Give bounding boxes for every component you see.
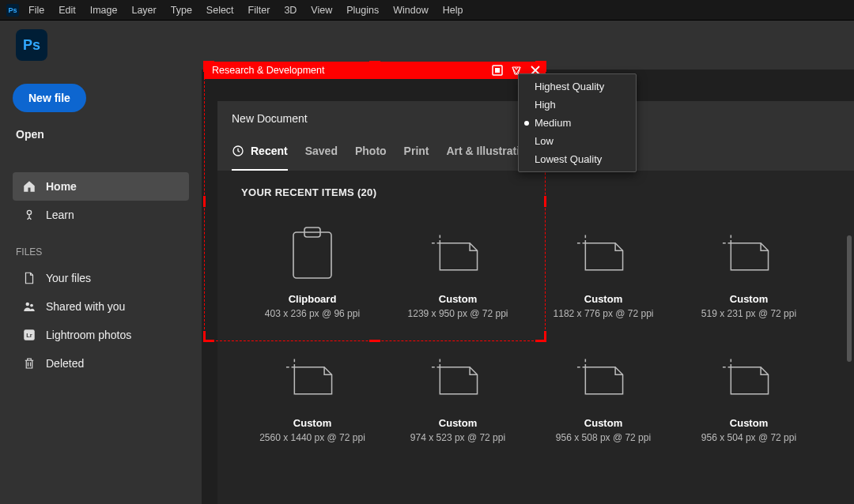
sidebar-item-home[interactable]: Home bbox=[13, 172, 189, 201]
menu-select[interactable]: Select bbox=[202, 2, 239, 18]
stop-icon[interactable] bbox=[492, 65, 503, 76]
preset-name: Custom bbox=[439, 293, 477, 305]
document-icon bbox=[576, 349, 630, 406]
preset-name: Custom bbox=[584, 417, 622, 429]
preset-name: Custom bbox=[439, 417, 477, 429]
preset-name: Custom bbox=[584, 293, 622, 305]
svg-point-2 bbox=[30, 304, 33, 307]
quality-option-label: Lowest Quality bbox=[535, 153, 602, 165]
quality-option-medium[interactable]: Medium bbox=[519, 114, 636, 132]
sidebar-item-lightroom-photos[interactable]: LrLightroom photos bbox=[13, 321, 189, 349]
quality-option-highest-quality[interactable]: Highest Quality bbox=[519, 77, 636, 96]
tab-photo[interactable]: Photo bbox=[355, 133, 387, 171]
quality-option-high[interactable]: High bbox=[519, 96, 636, 114]
shared-icon bbox=[22, 299, 36, 314]
ps-logo-icon[interactable]: Ps bbox=[16, 29, 47, 61]
home-icon bbox=[22, 179, 36, 194]
preset-thumb[interactable]: Clipboard403 x 236 px @ 96 ppi bbox=[241, 213, 384, 332]
svg-point-1 bbox=[26, 303, 30, 307]
record-overlay-title: Research & Development bbox=[212, 65, 324, 76]
preset-thumb[interactable]: Custom2560 x 1440 px @ 72 ppi bbox=[241, 337, 384, 456]
learn-icon bbox=[22, 208, 36, 222]
sidebar-item-label: Lightroom photos bbox=[46, 329, 131, 341]
quality-option-label: Medium bbox=[535, 117, 571, 129]
preset-thumb[interactable]: Custom1239 x 950 px @ 72 ppi bbox=[387, 213, 529, 332]
preset-spec: 956 x 508 px @ 72 ppi bbox=[556, 432, 651, 443]
menu-help[interactable]: Help bbox=[438, 2, 468, 18]
preset-thumb[interactable]: Custom1182 x 776 px @ 72 ppi bbox=[532, 213, 675, 332]
menu-plugins[interactable]: Plugins bbox=[342, 2, 384, 18]
menu-file[interactable]: File bbox=[24, 2, 49, 18]
scrollbar-thumb[interactable] bbox=[847, 235, 852, 362]
quality-option-label: Highest Quality bbox=[535, 81, 604, 92]
preset-thumb[interactable]: Custom519 x 231 px @ 72 ppi bbox=[678, 213, 820, 332]
menubar: Ps FileEditImageLayerTypeSelectFilter3DV… bbox=[0, 0, 854, 21]
document-icon bbox=[431, 225, 485, 282]
tab-print[interactable]: Print bbox=[404, 133, 429, 171]
preset-spec: 519 x 231 px @ 72 ppi bbox=[701, 308, 796, 319]
tab-saved[interactable]: Saved bbox=[305, 133, 338, 171]
svg-text:Lr: Lr bbox=[26, 332, 32, 339]
quality-option-lowest-quality[interactable]: Lowest Quality bbox=[519, 150, 636, 168]
tab-recent[interactable]: Recent bbox=[232, 133, 288, 171]
sidebar-item-deleted[interactable]: Deleted bbox=[13, 349, 189, 378]
preset-spec: 1182 x 776 px @ 72 ppi bbox=[554, 308, 654, 319]
document-icon bbox=[431, 349, 485, 406]
preset-name: Custom bbox=[730, 293, 768, 305]
selected-dot-icon bbox=[524, 121, 529, 126]
menu-image[interactable]: Image bbox=[85, 2, 123, 18]
sidebar-item-label: Learn bbox=[46, 209, 74, 221]
menu-edit[interactable]: Edit bbox=[54, 2, 81, 18]
home-sidebar: New file Open HomeLearn FILES Your files… bbox=[0, 70, 202, 504]
sidebar-item-shared-with-you[interactable]: Shared with you bbox=[13, 292, 189, 321]
menu-view[interactable]: View bbox=[306, 2, 337, 18]
menu-window[interactable]: Window bbox=[388, 2, 433, 18]
files-heading: FILES bbox=[13, 246, 189, 258]
app-badge-icon[interactable]: Ps bbox=[6, 4, 19, 17]
quality-dropdown[interactable]: Highest QualityHighMediumLowLowest Quali… bbox=[518, 73, 637, 172]
lr-icon: Lr bbox=[22, 328, 36, 342]
open-button[interactable]: Open bbox=[13, 128, 189, 141]
preset-spec: 2560 x 1440 px @ 72 ppi bbox=[259, 432, 365, 443]
sidebar-item-learn[interactable]: Learn bbox=[13, 201, 189, 229]
document-icon bbox=[722, 225, 776, 282]
preset-thumb[interactable]: Custom956 x 504 px @ 72 ppi bbox=[678, 337, 820, 456]
sidebar-item-label: Home bbox=[46, 180, 77, 193]
preset-name: Custom bbox=[730, 417, 768, 429]
sidebar-item-your-files[interactable]: Your files bbox=[13, 264, 189, 292]
quality-option-low[interactable]: Low bbox=[519, 132, 636, 150]
preset-name: Custom bbox=[293, 417, 331, 429]
sidebar-item-label: Your files bbox=[46, 272, 91, 284]
menu-filter[interactable]: Filter bbox=[244, 2, 275, 18]
svg-rect-6 bbox=[293, 232, 331, 278]
quality-option-label: Low bbox=[535, 135, 554, 147]
preset-name: Clipboard bbox=[289, 293, 337, 305]
menu-type[interactable]: Type bbox=[166, 2, 197, 18]
clock-icon bbox=[232, 145, 244, 157]
preset-thumb[interactable]: Custom956 x 508 px @ 72 ppi bbox=[532, 337, 675, 456]
preset-spec: 974 x 523 px @ 72 ppi bbox=[410, 432, 505, 443]
recent-items-grid: Clipboard403 x 236 px @ 96 ppiCustom1239… bbox=[241, 213, 830, 456]
preset-spec: 403 x 236 px @ 96 ppi bbox=[265, 308, 360, 319]
preset-spec: 1239 x 950 px @ 72 ppi bbox=[408, 308, 508, 319]
document-icon bbox=[285, 349, 339, 406]
document-icon bbox=[722, 349, 776, 406]
preset-spec: 956 x 504 px @ 72 ppi bbox=[701, 432, 796, 443]
document-icon bbox=[576, 225, 630, 282]
menu-3d[interactable]: 3D bbox=[279, 2, 301, 18]
quality-option-label: High bbox=[535, 99, 556, 111]
new-file-button[interactable]: New file bbox=[13, 84, 86, 112]
menu-layer[interactable]: Layer bbox=[127, 2, 161, 18]
record-overlay-bar[interactable]: Research & Development bbox=[204, 62, 546, 79]
trash-icon bbox=[22, 356, 36, 370]
sidebar-item-label: Deleted bbox=[46, 357, 84, 370]
sidebar-item-label: Shared with you bbox=[46, 300, 125, 313]
recent-heading: YOUR RECENT ITEMS (20) bbox=[241, 186, 830, 198]
svg-point-0 bbox=[27, 210, 31, 214]
svg-rect-9 bbox=[495, 68, 500, 73]
clipboard-icon bbox=[285, 225, 339, 282]
file-icon bbox=[22, 271, 36, 285]
preset-thumb[interactable]: Custom974 x 523 px @ 72 ppi bbox=[387, 337, 529, 456]
